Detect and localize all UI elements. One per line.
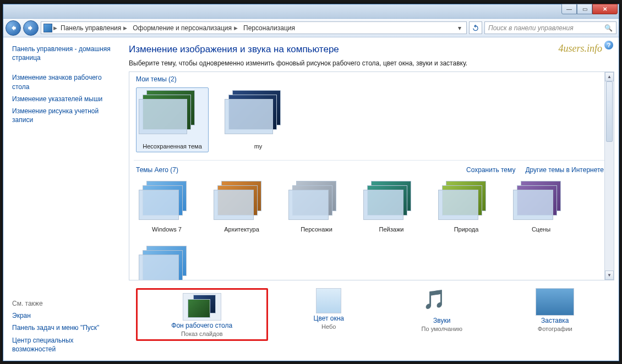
setting-sounds[interactable]: 🎵 Звуки По умолчанию — [390, 288, 494, 341]
arrow-right-icon — [27, 24, 35, 32]
sidebar-link-desktop-icons[interactable]: Изменение значков рабочего стола — [12, 71, 116, 92]
page-subtitle: Выберите тему, чтобы одновременно измени… — [129, 59, 614, 67]
page-title: Изменение изображения и звука на компьют… — [129, 44, 614, 55]
scroll-up-button[interactable]: ▲ — [605, 72, 614, 81]
highlight-box: Фон рабочего стола Показ слайдов — [136, 288, 268, 341]
back-button[interactable] — [6, 20, 21, 36]
address-bar[interactable]: ▶ Панель управления ▶ Оформление и персо… — [41, 21, 467, 34]
theme-architecture[interactable]: Архитектура — [211, 178, 272, 235]
link-save-theme[interactable]: Сохранить тему — [466, 166, 515, 174]
link-more-themes[interactable]: Другие темы в Интернете — [525, 166, 604, 174]
toolbar: ▶ Панель управления ▶ Оформление и персо… — [3, 19, 619, 37]
refresh-button[interactable] — [469, 21, 482, 34]
main-panel: ? 4users.info Изменение изображения и зв… — [119, 37, 619, 361]
sidebar-link-mouse-pointers[interactable]: Изменение указателей мыши — [12, 93, 116, 105]
forward-button[interactable] — [23, 20, 39, 36]
help-icon[interactable]: ? — [604, 41, 613, 49]
sidebar-also-taskbar[interactable]: Панель задач и меню "Пуск" — [12, 322, 116, 334]
titlebar: — ▭ ✕ — [3, 4, 619, 19]
address-dropdown[interactable]: ▾ — [455, 24, 464, 32]
divider — [134, 160, 606, 161]
personalization-window: — ▭ ✕ ▶ Панель управления ▶ Оформление и… — [3, 4, 619, 361]
theme-characters[interactable]: Персонажи — [286, 178, 347, 235]
sidebar-home-link[interactable]: Панель управления - домашняя страница — [12, 43, 116, 64]
chevron-right-icon: ▶ — [53, 25, 57, 31]
refresh-icon — [472, 24, 479, 32]
breadcrumb-item[interactable]: Панель управления ▶ — [58, 24, 129, 32]
theme-my[interactable]: my — [222, 87, 294, 152]
desktop-bg-thumb — [183, 293, 221, 321]
group-aero-header: Темы Aero (7) Сохранить тему Другие темы… — [134, 163, 606, 176]
setting-desktop-background[interactable]: Фон рабочего стола Показ слайдов — [150, 293, 254, 337]
breadcrumb-item[interactable]: Оформление и персонализация ▶ — [130, 24, 240, 32]
control-panel-icon — [43, 24, 52, 32]
arrow-left-icon — [9, 24, 17, 32]
watermark: 4users.info — [558, 43, 602, 54]
sidebar: Панель управления - домашняя страница Из… — [3, 37, 119, 361]
theme-nature[interactable]: Природа — [435, 178, 497, 235]
scroll-thumb[interactable] — [606, 81, 613, 142]
sidebar-also-display[interactable]: Экран — [12, 310, 116, 322]
themes-listbox: ▲ ▼ Мои темы (2) Несохраненная тема my — [129, 71, 614, 280]
maximize-button[interactable]: ▭ — [577, 4, 592, 14]
sidebar-see-also: См. также Экран Панель задач и меню "Пус… — [12, 296, 116, 355]
see-also-title: См. также — [12, 300, 116, 307]
group-aero-themes-overflow — [134, 241, 606, 275]
window-body: Панель управления - домашняя страница Из… — [3, 37, 619, 361]
setting-screensaver[interactable]: Заставка Фотографии — [503, 288, 607, 341]
group-my-themes-header: Мои темы (2) — [134, 72, 606, 85]
close-button[interactable]: ✕ — [592, 4, 618, 14]
search-icon: 🔍 — [604, 24, 613, 32]
group-my-themes: Несохраненная тема my — [134, 85, 606, 158]
sidebar-also-accessibility[interactable]: Центр специальных возможностей — [12, 334, 116, 355]
setting-window-color[interactable]: Цвет окна Небо — [276, 288, 381, 341]
screensaver-icon — [536, 288, 574, 316]
scrollbar[interactable]: ▲ ▼ — [604, 72, 614, 280]
theme-unsaved[interactable]: Несохраненная тема — [136, 87, 209, 152]
window-color-thumb — [316, 288, 341, 313]
theme-landscapes[interactable]: Пейзажи — [361, 178, 422, 235]
theme-extra[interactable] — [136, 243, 198, 280]
search-input[interactable]: Поиск в панели управления 🔍 — [484, 21, 616, 34]
search-placeholder: Поиск в панели управления — [488, 24, 574, 32]
sidebar-link-account-picture[interactable]: Изменение рисунка учетной записи — [12, 105, 116, 126]
theme-scenes[interactable]: Сцены — [510, 178, 572, 235]
group-aero-themes: Windows 7 Архитектура Персонажи Пейзажи — [134, 176, 606, 241]
minimize-button[interactable]: — — [561, 4, 577, 14]
scroll-down-button[interactable]: ▼ — [605, 271, 614, 280]
settings-row: Фон рабочего стола Показ слайдов Цвет ок… — [129, 280, 614, 342]
breadcrumb-item[interactable]: Персонализация — [241, 24, 297, 32]
window-controls: — ▭ ✕ — [561, 4, 618, 14]
theme-windows7[interactable]: Windows 7 — [136, 178, 198, 235]
sounds-icon: 🎵 — [423, 288, 461, 316]
